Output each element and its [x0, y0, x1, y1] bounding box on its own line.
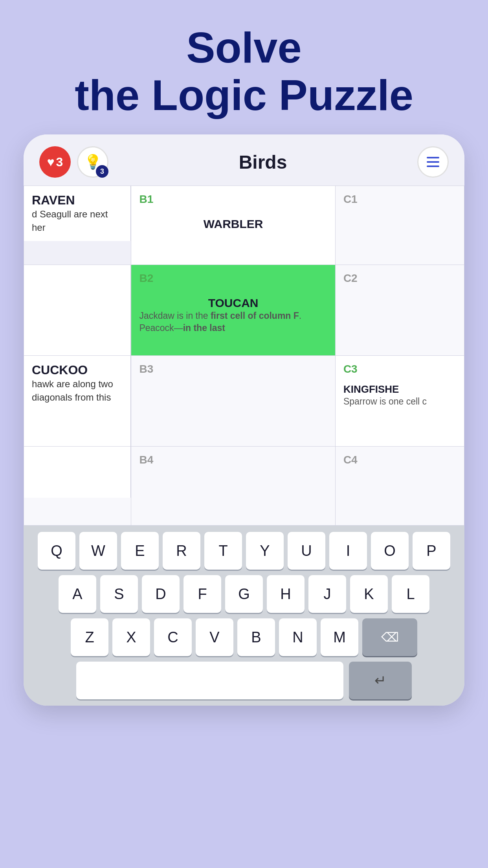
key-o[interactable]: O: [371, 532, 409, 570]
cell-b1-label: B1: [139, 193, 327, 206]
key-i[interactable]: I: [329, 532, 367, 570]
cell-a1-word: RAVEN: [32, 193, 123, 208]
key-f[interactable]: F: [183, 575, 221, 613]
key-w[interactable]: W: [79, 532, 117, 570]
grid-cell-c1[interactable]: C1: [335, 186, 464, 265]
keyboard-row-3: Z X C V B N M ⌫: [27, 618, 461, 656]
grid-cell-a3[interactable]: CUCKOO hawk are along two diagonals from…: [24, 356, 131, 447]
key-u[interactable]: U: [288, 532, 325, 570]
heart-count: 3: [56, 155, 63, 169]
key-n[interactable]: N: [279, 618, 317, 656]
cell-c3-clue: Sparrow is one cell c: [343, 396, 427, 406]
menu-line-3: [427, 166, 439, 167]
key-q[interactable]: Q: [38, 532, 75, 570]
grid-cell-b3[interactable]: B3: [131, 356, 335, 447]
headline-section: Solve the Logic Puzzle: [0, 0, 488, 134]
headline-text: Solve the Logic Puzzle: [0, 24, 488, 119]
key-x[interactable]: X: [112, 618, 150, 656]
return-key[interactable]: ↵: [349, 662, 412, 699]
cell-c2-label: C2: [343, 272, 456, 285]
key-j[interactable]: J: [308, 575, 346, 613]
app-card: ♥ 3 💡 3 Birds RAVEN d Seagull are next h…: [24, 134, 464, 706]
key-s[interactable]: S: [100, 575, 138, 613]
hint-count: 3: [96, 165, 108, 178]
puzzle-title: Birds: [108, 151, 417, 173]
cell-a3-clue: hawk are along two diagonals from this: [32, 379, 113, 403]
grid-cell-c4[interactable]: C4: [335, 447, 464, 526]
delete-key[interactable]: ⌫: [362, 618, 417, 656]
header-left: ♥ 3 💡 3: [39, 146, 108, 178]
cell-c3-word: KINGFISHE: [343, 383, 456, 395]
menu-button[interactable]: [417, 146, 449, 178]
app-header: ♥ 3 💡 3 Birds: [24, 134, 464, 186]
key-t[interactable]: T: [204, 532, 242, 570]
key-k[interactable]: K: [350, 575, 388, 613]
grid-cell-b4[interactable]: B4: [131, 447, 335, 526]
key-h[interactable]: H: [267, 575, 305, 613]
cell-b1-word: WARBLER: [139, 217, 327, 231]
key-m[interactable]: M: [321, 618, 358, 656]
menu-line-1: [427, 157, 439, 158]
grid-cell-a4[interactable]: [24, 447, 131, 526]
grid-row-2: B2 TOUCAN Jackdaw is in the first cell o…: [24, 265, 464, 356]
grid-row-1: RAVEN d Seagull are next her B1 WARBLER …: [24, 186, 464, 265]
key-v[interactable]: V: [196, 618, 233, 656]
puzzle-grid: RAVEN d Seagull are next her B1 WARBLER …: [24, 186, 464, 526]
key-c[interactable]: C: [154, 618, 192, 656]
keyboard-row-1: Q W E R T Y U I O P: [27, 532, 461, 570]
keyboard-spacebar-row: ↵: [27, 662, 461, 699]
cell-b2-label: B2: [139, 272, 327, 285]
key-d[interactable]: D: [142, 575, 180, 613]
keyboard-row-2: A S D F G H J K L: [27, 575, 461, 613]
hint-badge[interactable]: 💡 3: [77, 146, 108, 178]
grid-row-3: CUCKOO hawk are along two diagonals from…: [24, 356, 464, 447]
cell-b2-clue: Jackdaw is in the first cell of column F…: [139, 311, 301, 333]
spacebar[interactable]: [76, 662, 343, 699]
key-r[interactable]: R: [163, 532, 200, 570]
grid-cell-b1[interactable]: B1 WARBLER: [131, 186, 335, 265]
key-g[interactable]: G: [225, 575, 263, 613]
heart-icon: ♥: [47, 155, 55, 169]
key-e[interactable]: E: [121, 532, 159, 570]
key-b[interactable]: B: [237, 618, 275, 656]
cell-c4-label: C4: [343, 454, 456, 466]
grid-cell-b2[interactable]: B2 TOUCAN Jackdaw is in the first cell o…: [131, 265, 335, 356]
cell-c3-label: C3: [343, 363, 456, 375]
grid-cell-a2[interactable]: [24, 265, 131, 356]
cell-a3-word: CUCKOO: [32, 363, 123, 377]
key-a[interactable]: A: [59, 575, 96, 613]
cell-a1-clue: d Seagull are next her: [32, 209, 108, 233]
key-y[interactable]: Y: [246, 532, 284, 570]
menu-line-2: [427, 161, 439, 163]
grid-row-4: B4 C4: [24, 447, 464, 526]
keyboard: Q W E R T Y U I O P A S D F G H J K L Z …: [24, 526, 464, 706]
cell-b3-label: B3: [139, 363, 327, 375]
key-z[interactable]: Z: [71, 618, 108, 656]
cell-c1-label: C1: [343, 193, 456, 206]
grid-cell-a1[interactable]: RAVEN d Seagull are next her: [24, 186, 131, 265]
key-l[interactable]: L: [392, 575, 429, 613]
grid-cell-c2[interactable]: C2: [335, 265, 464, 356]
grid-cell-c3[interactable]: C3 KINGFISHE Sparrow is one cell c: [335, 356, 464, 447]
key-p[interactable]: P: [413, 532, 450, 570]
hearts-badge: ♥ 3: [39, 146, 71, 178]
cell-b2-word: TOUCAN: [139, 296, 327, 310]
cell-b4-label: B4: [139, 454, 327, 466]
